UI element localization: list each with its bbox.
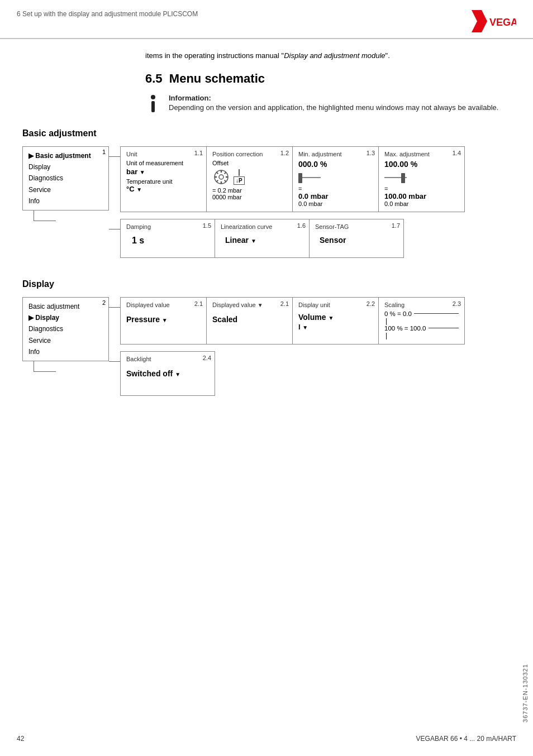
ba-menu-item-info: Info [28,195,103,207]
page-header: 6 Set up with the display and adjustment… [0,0,533,39]
param-box-sensor-tag: 1.7 Sensor-TAG Sensor [309,219,404,258]
info-dot [151,95,155,99]
svg-marker-0 [472,10,487,32]
param-box-displayed-value-pressure: 2.1 Displayed value Pressure ▼ [120,297,207,344]
display-menu: Basic adjustment ▶ Display Diagnostics S… [22,297,109,362]
ba-menu-item-basic: ▶ Basic adjustment [28,150,103,161]
info-box: Information: Depending on the version an… [145,94,511,115]
param-box-scaling: 2.3 Scaling 0 % = 0.0 | 100 % = 100.0 [378,297,465,344]
disp-v-connector [34,361,34,371]
param-box-position-correction: 1.2 Position correction Offset [206,146,293,212]
slider-max-icon [384,171,407,184]
basic-adjustment-menu: ▶ Basic adjustment Display Diagnostics S… [22,146,109,211]
svg-line-10 [225,172,226,174]
svg-line-9 [225,180,226,181]
disp-menu-item-display: ▶ Display [28,312,103,323]
breadcrumb: 6 Set up with the display and adjustment… [17,10,198,18]
intro-text: items in the operating instructions manu… [145,50,511,61]
svg-line-8 [217,172,218,174]
ba-menu-item-display: Display [28,161,103,173]
display-area: Display Basic adjustment ▶ Display Diagn… [22,279,511,400]
basic-adjustment-area: Basic adjustment ▶ Basic adjustment Disp… [22,128,511,262]
param-box-max-adjustment: 1.4 Max. adjustment 100.00 % = 100.00 mb… [378,146,465,212]
vega-logo: VEGA [472,10,516,32]
disp-h-line [34,371,56,372]
param-box-displayed-value-scaled: 2.1 Displayed value ▼ Scaled [206,297,293,344]
ba-h-line [34,221,56,221]
param-box-min-adjustment: 1.3 Min. adjustment 000.0 % = 0.0 mbar 0… [292,146,379,212]
slider-min-icon [298,171,321,184]
display-heading: Display [22,279,511,289]
disp-menu-item-diagnostics: Diagnostics [28,323,103,334]
arrow-down-line [239,169,240,176]
disp-menu-item-service: Service [28,335,103,346]
param-box-unit: 1.1 Unit Unit of measurement bar ▼ Tempe… [120,146,207,212]
gear-icon [212,168,230,186]
param-box-display-unit: 2.2 Display unit Volume ▼ l ▼ [292,297,379,344]
ba-v-connector [34,210,34,221]
page-footer: 42 VEGABAR 66 • 4 ... 20 mA/HART [0,735,533,743]
page-number: 42 [17,735,24,743]
device-name: VEGABAR 66 • 4 ... 20 mA/HART [416,735,516,743]
disp-menu-item-info: Info [28,346,103,357]
disp-menu-item-basic: Basic adjustment [28,301,103,312]
basic-adjustment-heading: Basic adjustment [22,128,511,138]
main-content: items in the operating instructions manu… [0,39,533,417]
svg-point-3 [219,175,223,179]
param-box-linearization: 1.6 Linearization curve Linear ▼ [215,219,310,258]
ba-menu-item-diagnostics: Diagnostics [28,173,103,184]
ba-menu-item-service: Service [28,184,103,195]
info-text: Information: Depending on the version an… [169,94,498,112]
param-box-backlight: 2.4 Backlight Switched off ▼ [120,351,215,396]
section-title: 6.5 Menu schematic [145,71,511,86]
info-icon [145,94,161,115]
param-box-damping: 1.5 Damping 1 s [120,219,215,258]
sidebar-label: 36737-EN-130321 [522,664,529,722]
p-label: ↓P [234,176,245,185]
info-bar [151,101,155,112]
svg-text:VEGA: VEGA [489,17,516,28]
svg-line-11 [217,180,218,181]
